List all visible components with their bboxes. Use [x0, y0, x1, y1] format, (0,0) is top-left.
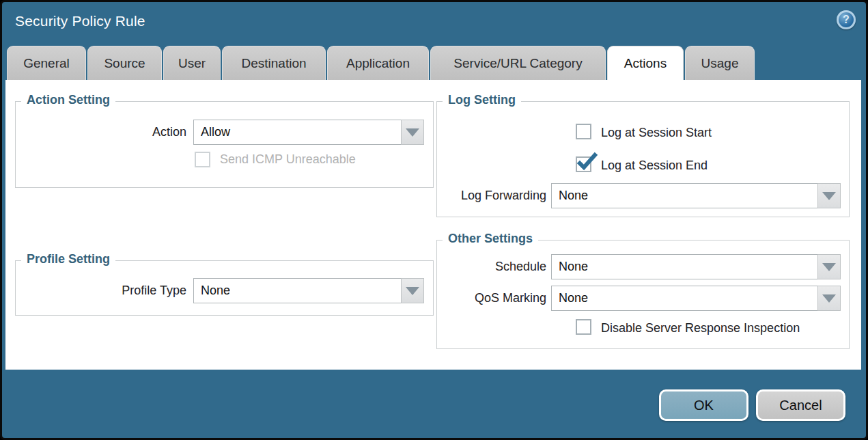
log-session-end-checkbox[interactable]: [576, 156, 591, 172]
tab-source[interactable]: Source: [87, 46, 162, 80]
profile-type-dropdown-button[interactable]: [401, 278, 424, 303]
tab-usage[interactable]: Usage: [685, 46, 755, 80]
tab-user[interactable]: User: [163, 46, 221, 80]
log-session-start-label: Log at Session Start: [601, 124, 712, 141]
log-forwarding-dropdown-button[interactable]: [817, 183, 841, 208]
profile-type-label: Profile Type: [16, 278, 186, 303]
profile-type-dropdown-value: None: [201, 279, 230, 303]
action-dropdown[interactable]: Allow: [193, 120, 424, 145]
action-dropdown-value: Allow: [201, 120, 230, 144]
other-settings-legend: Other Settings: [443, 232, 538, 246]
log-session-end-label: Log at Session End: [601, 157, 708, 174]
chevron-down-icon: [822, 263, 836, 271]
disable-server-response-inspection-checkbox[interactable]: [576, 319, 591, 335]
tab-bar: General Source User Destination Applicat…: [7, 46, 755, 80]
check-icon: [576, 152, 598, 174]
send-icmp-unreachable-checkbox: [195, 152, 210, 167]
action-setting-group: Action Setting Action Allow Send ICMP Un…: [15, 101, 434, 188]
action-dropdown-button[interactable]: [401, 120, 424, 145]
log-forwarding-dropdown-value: None: [559, 184, 588, 208]
ok-button[interactable]: OK: [659, 389, 748, 421]
action-setting-legend: Action Setting: [21, 93, 115, 107]
tab-actions[interactable]: Actions: [607, 46, 684, 80]
chevron-down-icon: [406, 128, 419, 137]
schedule-dropdown[interactable]: None: [551, 254, 841, 279]
send-icmp-unreachable-label: Send ICMP Unreachable: [220, 151, 356, 167]
qos-marking-dropdown[interactable]: None: [551, 286, 841, 311]
log-forwarding-label: Log Forwarding: [437, 183, 546, 208]
tab-destination[interactable]: Destination: [222, 46, 326, 80]
profile-type-dropdown[interactable]: None: [193, 278, 424, 303]
log-forwarding-dropdown[interactable]: None: [551, 183, 841, 208]
tab-application[interactable]: Application: [327, 46, 429, 80]
chevron-down-icon: [822, 192, 836, 200]
profile-setting-group: Profile Setting Profile Type None: [15, 260, 434, 316]
security-policy-rule-dialog: Security Policy Rule ? General Source Us…: [0, 0, 868, 440]
other-settings-group: Other Settings Schedule None QoS Marking…: [436, 240, 850, 349]
schedule-dropdown-button[interactable]: [817, 254, 841, 279]
tab-service-url-category[interactable]: Service/URL Category: [430, 46, 606, 80]
schedule-dropdown-value: None: [559, 255, 588, 279]
qos-marking-label: QoS Marking: [437, 286, 546, 311]
chevron-down-icon: [822, 294, 836, 303]
help-icon[interactable]: ?: [837, 10, 856, 29]
qos-marking-dropdown-button[interactable]: [817, 286, 841, 311]
disable-server-response-inspection-label: Disable Server Response Inspection: [601, 320, 800, 336]
cancel-button[interactable]: Cancel: [756, 389, 845, 421]
qos-marking-dropdown-value: None: [559, 286, 588, 310]
tab-general[interactable]: General: [7, 46, 86, 80]
chevron-down-icon: [406, 287, 419, 295]
log-setting-group: Log Setting Log at Session Start Log at …: [436, 101, 850, 217]
profile-setting-legend: Profile Setting: [21, 252, 115, 266]
action-label: Action: [16, 120, 186, 145]
schedule-label: Schedule: [437, 254, 546, 279]
log-session-start-checkbox[interactable]: [576, 124, 591, 139]
log-setting-legend: Log Setting: [443, 93, 521, 107]
dialog-title: Security Policy Rule: [15, 13, 145, 29]
